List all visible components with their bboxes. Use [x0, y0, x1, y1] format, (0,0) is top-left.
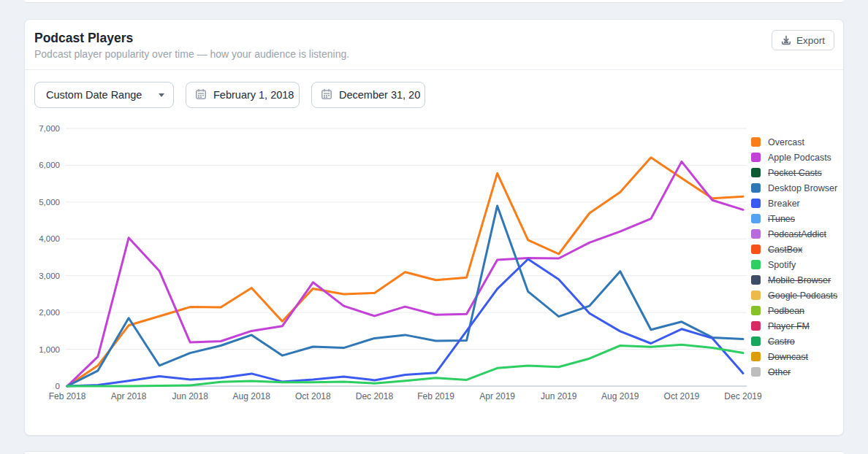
legend-swatch [751, 214, 761, 223]
legend-swatch [751, 336, 761, 346]
line-desktop-browser [67, 206, 743, 386]
legend-label: Downcast [768, 352, 808, 362]
line-overcast [67, 158, 743, 386]
legend-swatch [751, 367, 761, 377]
y-axis-label: 3,000 [39, 272, 60, 280]
x-axis-label: Feb 2018 [49, 391, 86, 401]
line-spotify [67, 345, 743, 386]
y-axis-label: 6,000 [39, 161, 60, 169]
end-date-input[interactable]: December 31, 2019 [311, 82, 425, 108]
podcast-players-chart: 01,0002,0003,0004,0005,0006,0007,000Feb … [25, 112, 843, 433]
x-axis-label: Apr 2018 [111, 391, 147, 401]
legend-swatch [751, 275, 761, 285]
previous-card-edge [24, 0, 844, 3]
chart-legend: OvercastApple PodcastsPocket CastsDeskto… [751, 137, 843, 377]
y-axis-label: 7,000 [39, 124, 60, 133]
legend-item-spotify[interactable]: Spotify [751, 260, 843, 269]
y-axis-label: 5,000 [39, 198, 60, 207]
x-axis-label: Aug 2019 [601, 391, 639, 401]
calendar-icon [321, 88, 332, 102]
legend-swatch [751, 153, 761, 162]
podcast-players-card: Podcast Players Podcast player popularit… [24, 19, 844, 436]
x-axis-label: Oct 2018 [295, 391, 331, 401]
legend-swatch [751, 352, 761, 361]
legend-item-podcastaddict[interactable]: PodcastAddict [751, 229, 843, 239]
legend-item-breaker[interactable]: Breaker [751, 199, 843, 208]
x-axis-label: Jun 2018 [172, 391, 208, 401]
line-apple-podcasts [67, 161, 743, 386]
legend-label: Other [768, 367, 791, 377]
y-axis-label: 4,000 [39, 234, 60, 243]
legend-item-apple-podcasts[interactable]: Apple Podcasts [751, 153, 843, 162]
legend-item-desktop-browser[interactable]: Desktop Browser [751, 183, 843, 193]
x-axis-label: Aug 2018 [233, 391, 271, 401]
calendar-icon [195, 88, 207, 102]
legend-label: Google Podcasts [768, 291, 837, 301]
x-axis-label: Feb 2019 [417, 391, 454, 401]
legend-label: PodcastAddict [768, 229, 826, 239]
start-date-value: February 1, 2018 [213, 89, 294, 101]
legend-item-itunes[interactable]: iTunes [751, 214, 843, 223]
legend-item-google-podcasts[interactable]: Google Podcasts [751, 291, 843, 300]
legend-label: CastBox [768, 245, 802, 255]
legend-item-overcast[interactable]: Overcast [751, 137, 843, 147]
legend-swatch [751, 291, 761, 300]
end-date-value: December 31, 2019 [339, 89, 420, 101]
legend-label: Desktop Browser [768, 183, 837, 193]
x-axis-label: Dec 2018 [356, 391, 394, 401]
y-axis-label: 1,000 [39, 345, 60, 354]
controls-row: Custom Date Range February 1, 2018 [25, 69, 843, 118]
legend-label: Player FM [768, 321, 810, 331]
legend-item-castro[interactable]: Castro [751, 336, 843, 346]
start-date-input[interactable]: February 1, 2018 [186, 82, 300, 108]
card-header: Podcast Players Podcast player popularit… [25, 20, 843, 69]
legend-item-player-fm[interactable]: Player FM [751, 321, 843, 331]
y-axis-label: 0 [56, 382, 60, 390]
legend-item-downcast[interactable]: Downcast [751, 352, 843, 361]
x-axis-label: Jun 2019 [541, 391, 577, 401]
legend-label: Breaker [768, 199, 800, 209]
legend-swatch [751, 229, 761, 239]
legend-item-pocket-casts[interactable]: Pocket Casts [751, 168, 843, 177]
date-range-select[interactable]: Custom Date Range [34, 82, 174, 108]
date-range-select-value: Custom Date Range [46, 89, 142, 101]
export-button-label: Export [796, 35, 825, 46]
line-breaker [67, 259, 743, 386]
legend-label: Spotify [768, 260, 796, 270]
legend-swatch [751, 168, 761, 177]
page-title: Podcast Players [34, 30, 834, 46]
legend-label: Apple Podcasts [768, 153, 831, 163]
legend-swatch [751, 245, 761, 254]
next-card-edge [24, 451, 844, 454]
x-axis-label: Oct 2019 [664, 391, 700, 401]
legend-item-castbox[interactable]: CastBox [751, 245, 843, 254]
legend-swatch [751, 183, 761, 193]
legend-swatch [751, 137, 761, 147]
legend-label: Pocket Casts [768, 168, 822, 178]
legend-swatch [751, 321, 761, 331]
chevron-down-icon [159, 93, 164, 97]
legend-swatch [751, 306, 761, 315]
x-axis-label: Dec 2019 [724, 391, 762, 401]
legend-swatch [751, 199, 761, 208]
legend-label: Overcast [768, 137, 804, 147]
download-icon [781, 35, 791, 45]
legend-label: Podbean [768, 306, 804, 316]
legend-swatch [751, 260, 761, 269]
legend-label: Castro [768, 336, 795, 347]
legend-item-other[interactable]: Other [751, 367, 843, 377]
legend-item-podbean[interactable]: Podbean [751, 306, 843, 315]
page-subtitle: Podcast player popularity over time — ho… [34, 47, 834, 61]
x-axis-label: Apr 2019 [479, 391, 515, 401]
export-button[interactable]: Export [772, 30, 834, 50]
y-axis-label: 2,000 [39, 308, 60, 317]
legend-label: iTunes [768, 214, 795, 224]
legend-label: Mobile Browser [768, 275, 831, 285]
legend-item-mobile-browser[interactable]: Mobile Browser [751, 275, 843, 285]
